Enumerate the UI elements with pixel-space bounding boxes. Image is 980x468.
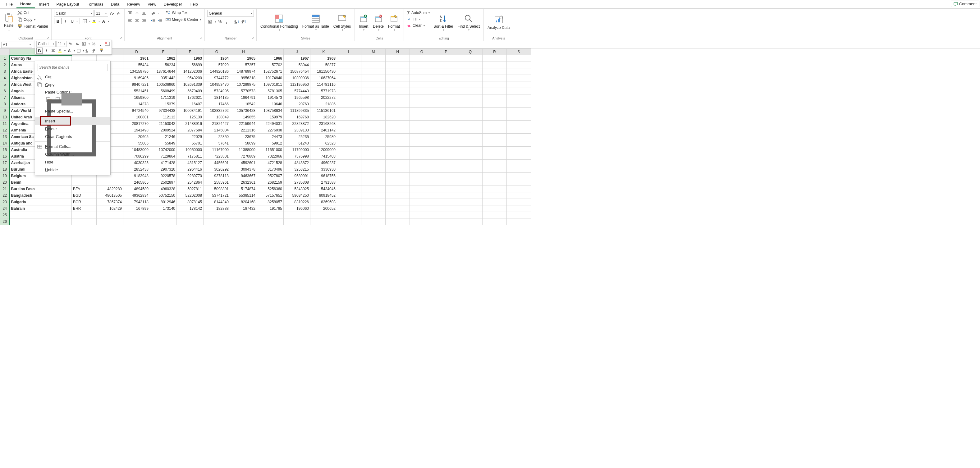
cell-D7[interactable]: 1659800: [123, 94, 150, 101]
cell-I22[interactable]: 57157651: [257, 193, 284, 199]
cell-O22[interactable]: [410, 193, 434, 199]
cell-M7[interactable]: [361, 94, 386, 101]
cell-J25[interactable]: [284, 212, 310, 218]
cell-G5[interactable]: 104953470: [204, 81, 230, 88]
cell-G18[interactable]: 3026292: [204, 166, 230, 173]
cell-N25[interactable]: [386, 212, 410, 218]
cell-A26[interactable]: [10, 218, 72, 225]
cell-P17[interactable]: [434, 160, 458, 166]
cell-F5[interactable]: 102691339: [177, 81, 204, 88]
cell-H24[interactable]: 187432: [230, 205, 257, 212]
cell-F8[interactable]: 16407: [177, 101, 204, 108]
col-header-D[interactable]: D: [123, 49, 150, 55]
cell-D2[interactable]: 55434: [123, 62, 150, 68]
cell-M20[interactable]: [361, 179, 386, 186]
cell-L15[interactable]: [337, 146, 361, 153]
cell-N4[interactable]: [386, 75, 410, 81]
cell-D12[interactable]: 1941498: [123, 127, 150, 134]
cell-F24[interactable]: 178142: [177, 205, 204, 212]
cell-P22[interactable]: [434, 193, 458, 199]
cell-B20[interactable]: [72, 179, 97, 186]
cell-D11[interactable]: 20817270: [123, 121, 150, 127]
cell-O10[interactable]: [410, 114, 434, 121]
cell-K16[interactable]: 7415403: [310, 153, 337, 160]
cell-E8[interactable]: 15379: [150, 101, 177, 108]
cell-Q25[interactable]: [458, 212, 482, 218]
cell-P14[interactable]: [434, 140, 458, 146]
cell-S16[interactable]: [507, 153, 531, 160]
cell-Q24[interactable]: [458, 205, 482, 212]
cell-K8[interactable]: 21886: [310, 101, 337, 108]
cell-I15[interactable]: 11651000: [257, 146, 284, 153]
cell-S20[interactable]: [507, 179, 531, 186]
cell-J17[interactable]: 4843872: [284, 160, 310, 166]
col-header-K[interactable]: K: [310, 49, 337, 55]
cm-unhide[interactable]: Unhide: [35, 166, 110, 174]
cell-G20[interactable]: 2585961: [204, 179, 230, 186]
cell-F20[interactable]: 2542864: [177, 179, 204, 186]
row-header-10[interactable]: 10: [0, 114, 10, 121]
cell-K23[interactable]: 8369603: [310, 199, 337, 205]
cm-copy[interactable]: Copy: [35, 81, 110, 89]
cell-D25[interactable]: [123, 212, 150, 218]
cell-C24[interactable]: 162429: [97, 205, 123, 212]
name-box[interactable]: A1▾: [1, 41, 32, 48]
cell-H25[interactable]: [230, 212, 257, 218]
col-header-L[interactable]: L: [337, 49, 361, 55]
analyze-data-button[interactable]: Analyze Data: [486, 10, 511, 35]
mini-italic[interactable]: I: [43, 48, 49, 54]
mini-format-painter[interactable]: [99, 48, 105, 54]
comment-button[interactable]: Comment: [951, 1, 979, 7]
cell-P13[interactable]: [434, 134, 458, 140]
cell-R24[interactable]: [482, 205, 507, 212]
cell-I5[interactable]: 109701811: [257, 81, 284, 88]
cell-M23[interactable]: [361, 199, 386, 205]
fill-color-button[interactable]: [91, 18, 97, 24]
cell-S4[interactable]: [507, 75, 531, 81]
cell-H8[interactable]: 18542: [230, 101, 257, 108]
cell-P5[interactable]: [434, 81, 458, 88]
cell-F13[interactable]: 22029: [177, 134, 204, 140]
cell-Q19[interactable]: [458, 173, 482, 179]
cell-D19[interactable]: 9183948: [123, 173, 150, 179]
cell-H4[interactable]: 9956318: [230, 75, 257, 81]
cell-O11[interactable]: [410, 121, 434, 127]
cell-L14[interactable]: [337, 140, 361, 146]
cell-S11[interactable]: [507, 121, 531, 127]
cell-H16[interactable]: 7270889: [230, 153, 257, 160]
cell-N17[interactable]: [386, 160, 410, 166]
cell-L9[interactable]: [337, 108, 361, 114]
cell-L4[interactable]: [337, 75, 361, 81]
cell-G2[interactable]: 57029: [204, 62, 230, 68]
cell-M26[interactable]: [361, 218, 386, 225]
cell-J14[interactable]: 61240: [284, 140, 310, 146]
row-header-22[interactable]: 22: [0, 193, 10, 199]
cell-E3[interactable]: 137614644: [150, 68, 177, 75]
cm-hide[interactable]: Hide: [35, 158, 110, 166]
cell-R15[interactable]: [482, 146, 507, 153]
cell-F22[interactable]: 52202008: [177, 193, 204, 199]
cell-L23[interactable]: [337, 199, 361, 205]
cell-J23[interactable]: 8310226: [284, 199, 310, 205]
cell-C20[interactable]: [97, 179, 123, 186]
tab-formulas[interactable]: Formulas: [83, 1, 107, 8]
cell-H5[interactable]: 107289875: [230, 81, 257, 88]
cell-E23[interactable]: 8012946: [150, 199, 177, 205]
cell-F2[interactable]: 56699: [177, 62, 204, 68]
cell-Q15[interactable]: [458, 146, 482, 153]
cell-R14[interactable]: [482, 140, 507, 146]
tab-file[interactable]: File: [3, 1, 16, 8]
row-header-5[interactable]: 5: [0, 81, 10, 88]
cell-B26[interactable]: [72, 218, 97, 225]
mini-borders[interactable]: [75, 48, 82, 54]
cell-N2[interactable]: [386, 62, 410, 68]
cell-I9[interactable]: 108758634: [257, 108, 284, 114]
cell-O18[interactable]: [410, 166, 434, 173]
cell-F16[interactable]: 7175811: [177, 153, 204, 160]
cell-Q23[interactable]: [458, 199, 482, 205]
cell-P12[interactable]: [434, 127, 458, 134]
cell-K15[interactable]: 12009000: [310, 146, 337, 153]
cell-R5[interactable]: [482, 81, 507, 88]
underline-button[interactable]: U: [69, 18, 75, 24]
cell-N11[interactable]: [386, 121, 410, 127]
